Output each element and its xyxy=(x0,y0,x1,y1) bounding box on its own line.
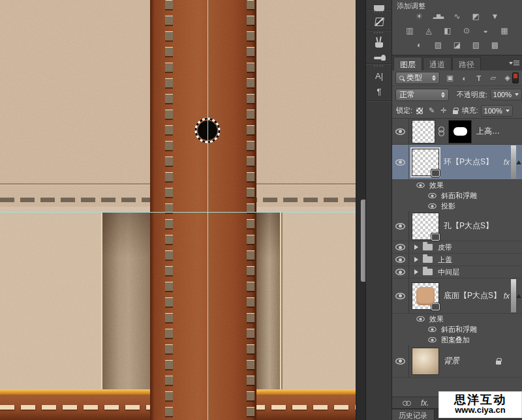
layer-row[interactable]: 上高… xyxy=(392,119,522,145)
brush-presets-icon[interactable] xyxy=(366,35,392,50)
effect-row[interactable]: 图案叠加 xyxy=(392,335,522,345)
lock-all-icon[interactable] xyxy=(453,110,458,114)
effect-row[interactable]: 投影 xyxy=(392,201,522,211)
layer-name: 图案叠加 xyxy=(441,335,470,345)
layer-filter-toggle[interactable] xyxy=(512,72,519,83)
layer-row[interactable]: 孔【P大点S】 xyxy=(392,211,522,241)
mask-link-icon[interactable] xyxy=(438,127,444,136)
effect-row[interactable]: 斜面和浮雕 xyxy=(392,324,522,335)
layer-thumbnail[interactable] xyxy=(412,348,438,374)
exposure-icon[interactable]: ◩ xyxy=(470,11,482,22)
visibility-cell[interactable] xyxy=(392,211,409,241)
character-panel-icon[interactable]: A| xyxy=(366,68,392,83)
threshold-icon[interactable]: ◪ xyxy=(452,40,463,50)
panel-menu-icon[interactable] xyxy=(509,60,519,67)
link-layers-icon[interactable] xyxy=(403,400,411,406)
visibility-eye-icon[interactable] xyxy=(395,159,405,166)
fx-collapse-arrow[interactable] xyxy=(516,160,521,164)
tab-active[interactable]: 图层 xyxy=(393,57,422,70)
visibility-eye-icon[interactable] xyxy=(395,293,405,299)
adjustment-layer-filter-icon[interactable]: ◐ xyxy=(459,73,469,83)
vibrance-icon[interactable]: ▼ xyxy=(489,11,500,22)
visibility-eye-icon[interactable] xyxy=(395,256,405,263)
visibility-cell[interactable] xyxy=(392,345,409,377)
visibility-eye-icon[interactable] xyxy=(395,223,405,230)
group-expand-triangle[interactable] xyxy=(414,257,418,262)
layer-thumbnail[interactable] xyxy=(412,213,438,239)
layer-thumbnail[interactable] xyxy=(412,149,438,175)
visibility-eye-icon[interactable] xyxy=(416,183,425,188)
visibility-eye-icon[interactable] xyxy=(395,358,405,365)
visibility-cell[interactable] xyxy=(392,241,409,253)
group-row[interactable]: 上盖 xyxy=(392,254,522,266)
canvas-vertical-scrollbar[interactable] xyxy=(356,0,365,420)
page-pen-icon[interactable] xyxy=(366,14,392,29)
visibility-cell[interactable] xyxy=(392,119,409,144)
layer-row[interactable]: 环【P大点S】fx xyxy=(392,145,522,180)
visibility-eye-icon[interactable] xyxy=(395,128,405,135)
curves-icon[interactable]: ∿ xyxy=(452,11,463,22)
color-balance-icon[interactable]: ◬ xyxy=(423,25,435,36)
fx-collapse-strip[interactable] xyxy=(511,279,516,312)
opacity-value-box[interactable]: 100% xyxy=(490,89,522,100)
lock-transparent-pixels-icon[interactable] xyxy=(416,108,423,114)
thumbnail-badge xyxy=(431,233,440,241)
group-row[interactable]: 皮带 xyxy=(392,241,522,254)
photo-filter-icon[interactable]: ⊙ xyxy=(461,25,472,36)
recessed-gap-right xyxy=(256,213,280,389)
smart-object-filter-icon[interactable]: ◈ xyxy=(502,73,512,83)
blend-mode-dropdown[interactable]: 正常 xyxy=(395,89,449,101)
group-expand-triangle[interactable] xyxy=(414,245,418,250)
layer-name: 效果 xyxy=(429,181,444,190)
vertical-guide xyxy=(207,0,208,420)
clone-source-icon[interactable] xyxy=(366,50,392,66)
visibility-eye-icon[interactable] xyxy=(395,244,405,250)
tab-inactive[interactable]: 通道 xyxy=(423,57,452,70)
fill-value-box[interactable]: 100% xyxy=(481,105,513,117)
channel-mixer-icon[interactable]: ◒ xyxy=(480,25,491,36)
lock-position-icon[interactable]: ✛ xyxy=(440,107,446,114)
visibility-eye-icon[interactable] xyxy=(428,193,437,199)
visibility-eye-icon[interactable] xyxy=(428,327,437,333)
type-layer-filter-icon[interactable]: T xyxy=(474,73,484,83)
black-white-icon[interactable]: ◧ xyxy=(442,25,453,36)
layer-row[interactable]: 背景 xyxy=(392,345,522,378)
paragraph-panel-icon[interactable]: ¶ xyxy=(366,83,392,99)
filter-kind-dropdown[interactable]: 类型 xyxy=(395,72,440,84)
effect-row[interactable]: 效果 xyxy=(392,314,522,324)
group-row[interactable]: 中间层 xyxy=(392,266,522,278)
fx-collapse-strip[interactable] xyxy=(511,145,516,179)
layer-thumbnail[interactable] xyxy=(412,283,438,309)
effect-row[interactable]: 效果 xyxy=(392,180,522,190)
visibility-cell[interactable] xyxy=(392,254,409,265)
layer-row[interactable]: 底面【P大点S】fx xyxy=(392,278,522,314)
visibility-cell[interactable] xyxy=(392,278,409,313)
visibility-cell[interactable] xyxy=(392,266,409,278)
levels-icon[interactable]: ▂▆▃ xyxy=(433,11,444,22)
visibility-eye-icon[interactable] xyxy=(416,316,425,322)
add-layer-style-icon[interactable]: fx. xyxy=(421,398,429,408)
history-panel-tab[interactable]: 历史记录 xyxy=(392,410,435,420)
visibility-cell[interactable] xyxy=(392,145,409,179)
gradient-map-icon[interactable]: ▩ xyxy=(489,40,500,50)
group-expand-triangle[interactable] xyxy=(414,269,418,275)
posterize-icon[interactable]: ▨ xyxy=(433,40,444,50)
layer-thumbnail[interactable] xyxy=(412,121,435,143)
brightness-contrast-icon[interactable]: ☀ xyxy=(414,11,425,22)
layer-mask-thumbnail[interactable] xyxy=(449,121,471,143)
visibility-eye-icon[interactable] xyxy=(428,203,437,209)
shape-layer-filter-icon[interactable]: ▱ xyxy=(488,73,498,83)
color-lookup-icon[interactable]: ▦ xyxy=(499,25,510,36)
visibility-eye-icon[interactable] xyxy=(395,269,405,275)
pixel-layer-filter-icon[interactable]: ▣ xyxy=(445,73,455,83)
document-canvas[interactable] xyxy=(0,0,356,420)
effect-row[interactable]: 斜面和浮雕 xyxy=(392,190,522,201)
invert-icon[interactable]: ◐ xyxy=(414,40,425,50)
visibility-eye-icon[interactable] xyxy=(428,337,437,343)
fx-collapse-arrow[interactable] xyxy=(516,294,521,298)
tab-inactive[interactable]: 路径 xyxy=(452,57,481,70)
hue-saturation-icon[interactable]: ▥ xyxy=(405,25,416,36)
lock-image-pixels-icon[interactable]: ✎ xyxy=(429,107,435,114)
selective-color-icon[interactable]: ▧ xyxy=(470,40,482,50)
layer-name: 环【P大点S】 xyxy=(444,157,493,168)
